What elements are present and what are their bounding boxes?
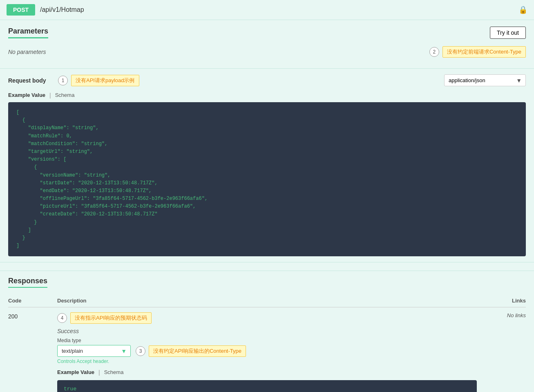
responses-table-header: Code Description Links	[8, 294, 526, 307]
try-it-out-button[interactable]: Try it out	[490, 27, 526, 39]
responses-section: Responses Code Description Links 200 4 没…	[0, 271, 534, 392]
response-desc-200: 4 没有指示API响应的预期状态码 Success Media type tex…	[57, 312, 477, 392]
api-header: POST /api/v1/Hotmap 🔒	[0, 0, 534, 20]
success-text: Success	[57, 328, 477, 334]
lock-icon: 🔒	[518, 5, 527, 14]
parameters-title: Parameters	[8, 27, 48, 38]
main-content: Parameters Try it out No parameters 2 没有…	[0, 20, 534, 392]
annotation-1-text: 没有API请求payload示例	[71, 75, 139, 86]
annotation-1-number: 1	[58, 76, 68, 85]
response-row-200: 200 4 没有指示API响应的预期状态码 Success Media type	[8, 307, 526, 392]
request-body-row: Request body 1 没有API请求payload示例 applicat…	[8, 74, 526, 86]
response-links-200: No links	[477, 312, 526, 318]
col-links-header: Links	[477, 298, 526, 304]
annotation-3-bubble: 3 没有约定API响应输出的Content-Type	[136, 345, 246, 357]
media-type-area: Media type text/plain application/json a…	[57, 338, 477, 392]
no-params-row: No parameters 2 没有约定前端请求Content-Type	[8, 42, 526, 62]
content-type-dropdown-wrapper[interactable]: application/json text/plain application/…	[444, 74, 526, 86]
col-desc-header: Description	[57, 298, 477, 304]
example-tabs: Example Value | Schema	[8, 91, 526, 99]
content-type-dropdown[interactable]: application/json text/plain application/…	[444, 74, 526, 86]
content-type-select-wrapper: application/json text/plain application/…	[444, 74, 526, 86]
parameters-header: Parameters Try it out	[8, 27, 526, 39]
media-type-row: text/plain application/json application/…	[57, 345, 477, 357]
media-type-dropdown-wrapper[interactable]: text/plain application/json application/…	[57, 345, 131, 357]
responses-title: Responses	[8, 277, 526, 294]
annotation-1-bubble: 1 没有API请求payload示例	[58, 75, 139, 86]
response-example-value-tab[interactable]: Example Value	[57, 368, 94, 376]
spacer	[0, 262, 534, 271]
request-body-label: Request body	[8, 77, 53, 84]
annotation-2-text: 没有约定前端请求Content-Type	[442, 46, 526, 58]
annotation-2-number: 2	[429, 47, 439, 57]
parameters-section: Parameters Try it out No parameters 2 没有…	[0, 20, 534, 69]
media-type-label: Media type	[57, 338, 477, 343]
controls-accept-text: Controls Accept header.	[57, 358, 477, 364]
annotation-4-bubble: 4 没有指示API响应的预期状态码	[57, 312, 152, 324]
method-badge: POST	[7, 4, 35, 16]
response-tab-separator: |	[98, 369, 100, 376]
request-body-code-block: [ { "displayName": "string", "matchRule"…	[8, 102, 526, 256]
tab-separator: |	[49, 92, 51, 99]
annotation-4-number: 4	[57, 313, 67, 323]
response-code-block: true	[57, 380, 477, 392]
annotation-2-bubble: 2 没有约定前端请求Content-Type	[429, 46, 526, 58]
schema-tab[interactable]: Schema	[55, 91, 75, 99]
api-path: /api/v1/Hotmap	[40, 6, 514, 13]
response-code-200: 200	[8, 312, 57, 320]
example-value-tab[interactable]: Example Value	[8, 91, 45, 99]
response-desc-title-row: 4 没有指示API响应的预期状态码	[57, 312, 477, 324]
annotation-4-text: 没有指示API响应的预期状态码	[70, 312, 152, 324]
media-type-dropdown[interactable]: text/plain application/json application/…	[57, 345, 131, 357]
col-code-header: Code	[8, 298, 57, 304]
annotation-3-number: 3	[136, 346, 145, 356]
response-schema-tab[interactable]: Schema	[104, 368, 124, 376]
response-example-tabs: Example Value | Schema	[57, 368, 477, 376]
request-body-section: Request body 1 没有API请求payload示例 applicat…	[0, 69, 534, 262]
annotation-3-text: 没有约定API响应输出的Content-Type	[149, 345, 246, 357]
no-params-text: No parameters	[8, 49, 46, 55]
